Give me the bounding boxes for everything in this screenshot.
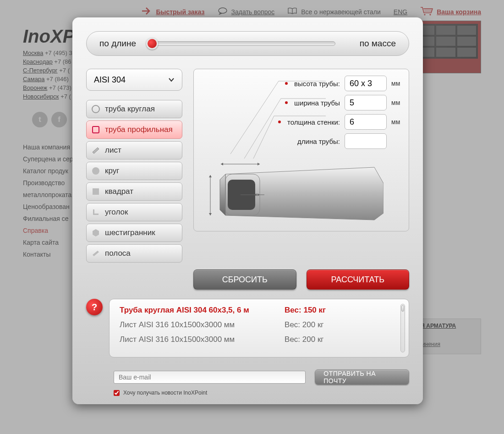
scrollbar-thumb[interactable] [401, 305, 404, 312]
unit-label: мм [391, 80, 402, 87]
svg-rect-4 [93, 126, 99, 133]
dot-icon [278, 121, 281, 123]
profile-column: AISI 304 труба круглая труба профильная … [86, 69, 182, 265]
width-label: ширина трубы [294, 99, 340, 107]
toggle-label-length: по длине [99, 38, 136, 49]
reset-button[interactable]: СБРОСИТЬ [193, 269, 296, 290]
scrollbar[interactable] [400, 304, 405, 352]
diagram-panel: высота трубы: мм ширина трубы мм толщина… [193, 69, 409, 231]
height-input[interactable] [345, 76, 387, 91]
newsletter-label: Хочу получать новости InoXPoint [123, 390, 207, 396]
toggle-knob[interactable] [146, 38, 158, 49]
svg-marker-7 [93, 229, 99, 236]
profile-square[interactable]: квадрат [86, 182, 182, 201]
profile-angle[interactable]: уголок [86, 203, 182, 221]
hexagon-icon [91, 228, 100, 237]
svg-point-3 [92, 105, 99, 113]
email-input[interactable] [114, 371, 306, 384]
unit-label: мм [391, 99, 402, 106]
length-label: длина трубы: [297, 137, 340, 145]
circle-fill-icon [91, 166, 100, 176]
pipe-diagram [200, 151, 383, 225]
results-list: Труба круглая AISI 304 60x3,5, 6 м Вес: … [109, 299, 409, 357]
height-label: высота трубы: [294, 80, 340, 88]
dot-icon [285, 82, 288, 85]
strip-icon [91, 249, 100, 258]
width-input[interactable] [345, 95, 387, 110]
mode-toggle[interactable]: по длине по массе [86, 31, 409, 56]
result-item[interactable]: Лист AISI 316 10x1500x3000 мм Вес: 200 к… [120, 320, 396, 330]
calculate-button[interactable]: РАССЧИТАТЬ [307, 269, 410, 290]
profile-round[interactable]: круг [86, 162, 182, 180]
dot-icon [285, 101, 288, 104]
profile-strip[interactable]: полоса [86, 244, 182, 263]
toggle-label-mass: по массе [360, 38, 396, 49]
toggle-track[interactable] [151, 41, 335, 46]
material-select[interactable]: AISI 304 [86, 69, 182, 91]
help-button[interactable]: ? [86, 299, 103, 315]
calculator-modal: по длине по массе AISI 304 труба круглая… [72, 17, 423, 404]
send-button[interactable]: ОТПРАВИТЬ НА ПОЧТУ [315, 369, 409, 385]
circle-outline-icon [91, 104, 100, 114]
svg-rect-6 [93, 188, 99, 195]
svg-point-5 [92, 167, 99, 175]
square-fill-icon [91, 187, 100, 196]
result-item[interactable]: Труба круглая AISI 304 60x3,5, 6 м Вес: … [120, 306, 396, 315]
thickness-input[interactable] [345, 114, 387, 130]
profile-round-pipe[interactable]: труба круглая [86, 100, 182, 118]
profile-sheet[interactable]: лист [86, 141, 182, 159]
thickness-label: толщина стенки: [287, 118, 340, 126]
result-item[interactable]: Лист AISI 316 10x1500x3000 мм Вес: 200 к… [120, 335, 396, 344]
length-input[interactable] [345, 133, 387, 149]
square-outline-icon [91, 125, 100, 134]
newsletter-checkbox[interactable] [114, 390, 120, 396]
angle-icon [91, 208, 100, 217]
profile-rect-pipe[interactable]: труба профильная [86, 121, 182, 139]
sheet-icon [91, 146, 100, 155]
unit-label: мм [391, 118, 402, 126]
chevron-down-icon [168, 77, 175, 83]
profile-hex[interactable]: шестигранник [86, 224, 182, 242]
